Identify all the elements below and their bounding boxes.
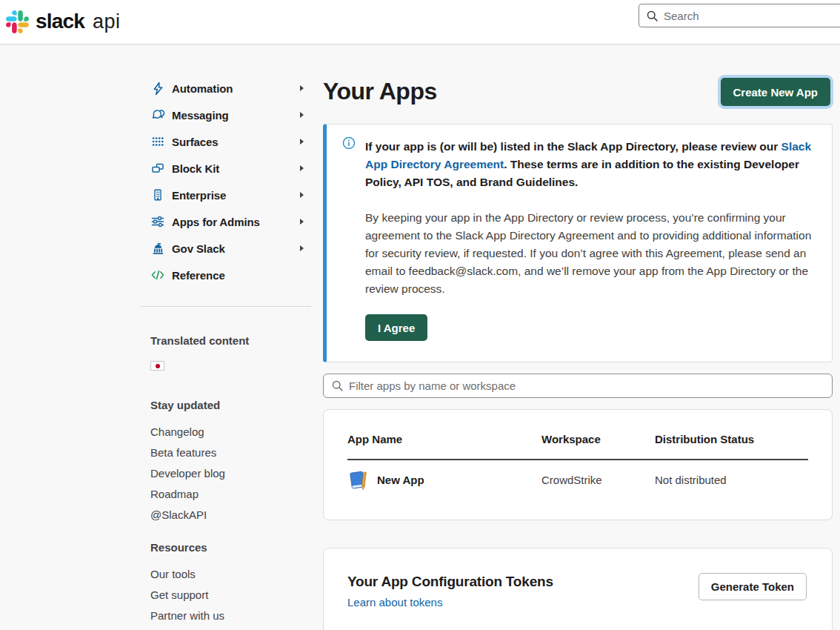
filter-apps-input[interactable] <box>349 379 793 392</box>
chevron-right-icon <box>300 139 304 145</box>
stay-updated-links: Changelog Beta features Developer blog R… <box>141 421 311 525</box>
sidebar-divider <box>141 306 311 307</box>
resources-links: Our tools Get support Partner with us <box>141 563 311 626</box>
apps-table-card: App Name Workspace Distribution Status <box>323 409 833 520</box>
notice-text: If your app is (or will be) listed in th… <box>365 140 781 153</box>
slack-api-logo[interactable]: slack api <box>6 10 121 33</box>
list-item: Partner with us <box>141 605 311 626</box>
blocks-icon <box>150 161 165 176</box>
sidebar-item-automation[interactable]: Automation <box>141 75 311 102</box>
partner-with-us-link[interactable]: Partner with us <box>150 609 224 622</box>
app-workspace: CrowdStrike <box>541 474 655 486</box>
chevron-right-icon <box>300 112 304 118</box>
app-directory-notice: If your app is (or will be) listed in th… <box>323 124 833 362</box>
table-header-rule <box>347 459 808 460</box>
sidebar-item-label: Automation <box>172 82 233 95</box>
sidebar-item-apps-for-admins[interactable]: Apps for Admins <box>141 208 311 235</box>
stay-updated-heading: Stay updated <box>141 399 311 411</box>
list-item: Beta features <box>141 442 311 462</box>
sidebar-item-surfaces[interactable]: Surfaces <box>141 128 311 155</box>
beta-features-link[interactable]: Beta features <box>150 446 216 459</box>
info-icon <box>342 136 356 153</box>
developer-blog-link[interactable]: Developer blog <box>150 467 225 480</box>
our-tools-link[interactable]: Our tools <box>150 568 196 580</box>
chevron-right-icon <box>300 165 304 171</box>
get-support-link[interactable]: Get support <box>150 588 208 601</box>
config-tokens-card: Your App Configuration Tokens Learn abou… <box>323 548 833 630</box>
sidebar-item-label: Messaging <box>172 109 229 122</box>
top-header: slack api <box>0 0 840 44</box>
chevron-right-icon <box>300 219 304 225</box>
sidebar-item-reference[interactable]: Reference <box>141 262 311 288</box>
notice-paragraph-1: If your app is (or will be) listed in th… <box>365 138 813 191</box>
sidebar-item-label: Block Kit <box>172 162 219 175</box>
global-search[interactable] <box>639 4 840 27</box>
chevron-right-icon <box>300 245 304 251</box>
translated-content-heading: Translated content <box>141 334 311 347</box>
list-item: Roadmap <box>141 483 311 504</box>
sidebar-item-gov-slack[interactable]: Gov Slack <box>141 235 311 262</box>
resources-heading: Resources <box>141 541 311 554</box>
sidebar-item-label: Enterprise <box>172 189 226 202</box>
apps-table-header: App Name Workspace Distribution Status <box>347 432 808 447</box>
slack-mark-icon <box>6 10 29 33</box>
code-icon <box>150 268 165 282</box>
sidebar-item-label: Gov Slack <box>172 242 225 255</box>
sidebar-item-messaging[interactable]: Messaging <box>141 102 311 128</box>
list-item: @SlackAPI <box>141 504 311 525</box>
list-item: Changelog <box>141 421 311 442</box>
app-distribution-status: Not distributed <box>655 474 810 486</box>
search-icon <box>646 10 659 22</box>
chevron-right-icon <box>300 192 304 198</box>
learn-about-tokens-link[interactable]: Learn about tokens <box>347 596 442 609</box>
bolt-icon <box>150 81 165 96</box>
table-row[interactable]: New App CrowdStrike Not distributed <box>347 462 808 497</box>
sliders-icon <box>150 214 165 229</box>
dots-grid-icon <box>150 134 165 149</box>
notice-paragraph-2: By keeping your app in the App Directory… <box>365 209 813 298</box>
sidebar-item-label: Apps for Admins <box>172 216 260 228</box>
column-header-workspace: Workspace <box>541 432 655 447</box>
app-icon <box>347 468 370 492</box>
sidebar-item-block-kit[interactable]: Block Kit <box>141 155 311 182</box>
japan-flag-icon[interactable] <box>150 361 164 371</box>
list-item: Get support <box>141 584 311 605</box>
app-name[interactable]: New App <box>377 474 424 486</box>
column-header-distribution-status: Distribution Status <box>655 432 810 447</box>
i-agree-button[interactable]: I Agree <box>365 314 427 341</box>
generate-token-button[interactable]: Generate Token <box>699 573 807 600</box>
roadmap-link[interactable]: Roadmap <box>150 488 199 500</box>
building-icon <box>150 188 165 202</box>
list-item: Developer blog <box>141 462 311 483</box>
changelog-link[interactable]: Changelog <box>150 425 204 438</box>
chat-bubbles-icon <box>150 107 165 122</box>
sidebar-item-label: Surfaces <box>172 136 219 148</box>
sidebar-nav: Automation Messaging Surfaces Bl <box>141 75 311 626</box>
list-item: Our tools <box>141 563 311 584</box>
search-input[interactable] <box>664 10 827 22</box>
filter-apps-box[interactable] <box>323 374 833 398</box>
create-new-app-button[interactable]: Create New App <box>721 78 830 106</box>
column-header-app-name: App Name <box>347 432 541 447</box>
logo-suffix: api <box>93 10 121 33</box>
slackapi-twitter-link[interactable]: @SlackAPI <box>150 508 207 521</box>
main-content: Your Apps Create New App If your app is … <box>323 74 833 630</box>
chevron-right-icon <box>300 85 304 91</box>
capitol-icon <box>150 241 165 256</box>
sidebar-item-enterprise[interactable]: Enterprise <box>141 182 311 208</box>
sidebar-item-label: Reference <box>172 269 225 282</box>
search-icon <box>331 379 344 392</box>
logo-wordmark: slack <box>36 10 84 33</box>
